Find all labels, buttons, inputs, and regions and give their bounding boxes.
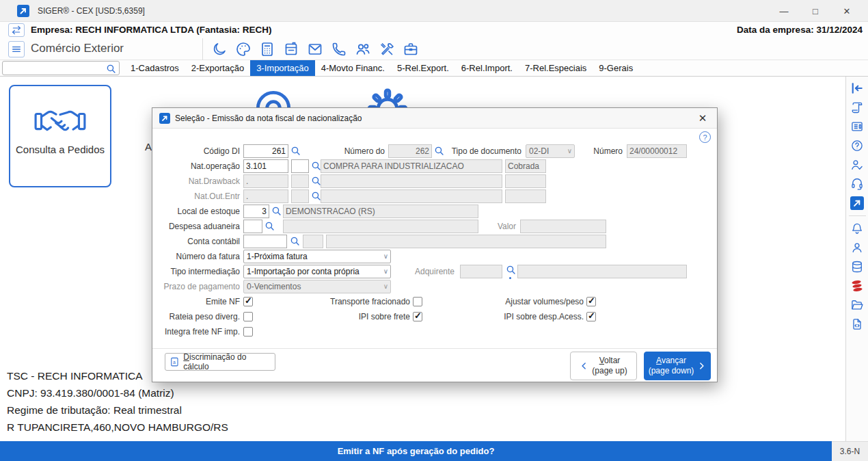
database-icon[interactable] xyxy=(850,260,864,274)
users-icon[interactable] xyxy=(355,41,371,57)
main-nav: 1-Cadastros 2-Exportação 3-Importação 4-… xyxy=(0,60,868,77)
search-input[interactable] xyxy=(2,61,120,75)
despesa-aduaneira-input[interactable] xyxy=(243,220,262,233)
checkbox-label: IPI sobre desp.Acess. xyxy=(488,312,584,322)
siger-logo-icon[interactable] xyxy=(850,196,864,210)
dark-mode-moon-icon[interactable] xyxy=(211,41,228,57)
file-code-icon[interactable] xyxy=(850,317,864,331)
dialog-help-icon[interactable]: ? xyxy=(699,131,711,143)
briefcase-icon[interactable] xyxy=(403,41,419,57)
adquirente-input xyxy=(460,265,502,278)
lookup-icon[interactable] xyxy=(290,236,300,246)
status-question-bar: Emitir a NF após geração do pedido? xyxy=(0,441,832,461)
user-check-icon[interactable] xyxy=(850,158,864,172)
collapse-panel-icon[interactable] xyxy=(850,81,864,95)
main-menu-button[interactable] xyxy=(8,41,25,57)
version-label: 3.6-N xyxy=(832,441,868,461)
select-value: 1-Importação por conta própria xyxy=(247,267,360,276)
tab-rel-especiais[interactable]: 7-Rel.Especiais xyxy=(519,60,593,76)
company-date: Data da empresa: 31/12/2024 xyxy=(737,25,863,35)
chevron-right-icon xyxy=(696,361,706,371)
lookup-icon[interactable] xyxy=(434,146,444,156)
calculator-icon[interactable] xyxy=(259,41,275,57)
tab-movto-financ[interactable]: 4-Movto Financ. xyxy=(315,60,391,76)
field-label: Despesa aduaneira xyxy=(158,220,240,233)
button-sublabel: (page up) xyxy=(592,366,627,376)
headset-icon[interactable] xyxy=(850,177,864,191)
company-header: Empresa: RECH INFORMATICA LTDA (Fantasia… xyxy=(0,22,868,38)
tipo-intermediacao-select[interactable]: 1-Importação por conta própria ∨ xyxy=(243,265,391,278)
transporte-fracionado-checkbox[interactable] xyxy=(413,297,422,306)
company-info-line: Regime de tributação: Real trimestral xyxy=(7,401,228,419)
status-question: Emitir a NF após geração do pedido? xyxy=(338,446,495,456)
lookup-icon[interactable] xyxy=(265,221,275,231)
field-label: Prazo de pagamento xyxy=(158,280,240,293)
numero-fatura-select[interactable]: 1-Próxima fatura ∨ xyxy=(243,250,391,263)
switch-company-button[interactable] xyxy=(8,23,25,37)
tile-label: A xyxy=(145,141,152,153)
checkbox-label: IPI sobre frete xyxy=(314,312,410,322)
help-icon[interactable] xyxy=(850,139,864,153)
tab-exportacao[interactable]: 2-Exportação xyxy=(185,60,250,76)
tab-cadastros[interactable]: 1-Cadastros xyxy=(124,60,185,76)
search-icon[interactable] xyxy=(106,64,116,74)
bell-icon[interactable] xyxy=(850,222,864,235)
lookup-icon[interactable] xyxy=(311,176,321,186)
nat-drawback-sub-input xyxy=(291,174,309,188)
maximize-button[interactable]: □ xyxy=(800,0,831,22)
rateia-peso-checkbox[interactable] xyxy=(243,312,253,321)
sidebar-divider xyxy=(849,215,866,216)
codigo-di-input[interactable]: 261 xyxy=(243,144,288,158)
discriminacao-calculo-button[interactable]: a Discriminação do cálculo xyxy=(165,353,275,371)
conta-contabil-input[interactable] xyxy=(243,235,287,248)
database-red-icon[interactable] xyxy=(850,279,864,293)
swap-arrows-icon xyxy=(11,25,22,36)
tab-rel-export[interactable]: 5-Rel.Export. xyxy=(391,60,455,76)
theme-palette-icon[interactable] xyxy=(235,41,252,57)
svg-text:a: a xyxy=(173,359,176,364)
dialog-close-icon[interactable]: ✕ xyxy=(695,111,710,125)
lookup-icon[interactable] xyxy=(311,191,321,201)
local-estoque-input[interactable]: 3 xyxy=(243,205,269,218)
tools-icon[interactable] xyxy=(379,41,395,57)
tab-gerais[interactable]: 9-Gerais xyxy=(593,60,639,76)
card-terminal-icon[interactable] xyxy=(283,41,299,57)
nat-operacao-sub-input[interactable] xyxy=(291,159,309,173)
avancar-button[interactable]: Avançar (page down) xyxy=(644,352,711,380)
tab-importacao[interactable]: 3-Importação xyxy=(250,60,315,76)
button-label: Discriminação do cálculo xyxy=(183,352,269,371)
user-icon[interactable] xyxy=(850,241,864,254)
lookup-icon[interactable] xyxy=(290,146,301,156)
tab-rel-import[interactable]: 6-Rel.Import. xyxy=(455,60,519,76)
despesa-valor-input xyxy=(520,220,606,233)
conta-contabil-sub xyxy=(303,235,323,248)
newspaper-icon[interactable] xyxy=(850,120,864,133)
select-value: 1-Próxima fatura xyxy=(247,252,308,261)
field-label: Número xyxy=(582,144,623,158)
nat-operacao-mode: Cobrada xyxy=(505,159,546,173)
company-date-label: Data da empresa: xyxy=(737,25,814,35)
close-button[interactable]: ✕ xyxy=(831,0,863,22)
scroll-icon[interactable] xyxy=(850,101,864,114)
folder-open-icon[interactable] xyxy=(850,298,864,312)
nat-operacao-code-input[interactable]: 3.101 xyxy=(243,159,288,173)
ipi-frete-checkbox[interactable] xyxy=(413,312,422,321)
tile-consulta-pedidos[interactable]: Consulta a Pedidos xyxy=(9,85,111,187)
lookup-icon[interactable] xyxy=(311,161,321,171)
integra-frete-checkbox[interactable] xyxy=(243,327,253,337)
mail-icon[interactable] xyxy=(307,41,323,57)
field-label: Valor xyxy=(475,220,516,233)
checkbox-label: Rateia peso diverg. xyxy=(158,312,240,322)
ipi-desp-acess-checkbox[interactable] xyxy=(586,312,596,321)
minimize-button[interactable]: — xyxy=(768,0,800,22)
lookup-icon[interactable] xyxy=(506,265,516,275)
field-label: Nat.Out.Entr xyxy=(158,189,240,203)
ajustar-volumes-checkbox[interactable] xyxy=(586,297,596,306)
company-info-line: R TUPANCIRETA,460,NOVO HAMBURGO/RS xyxy=(7,419,228,436)
emite-nf-checkbox[interactable] xyxy=(243,297,253,306)
numero-input: 24/00000012 xyxy=(627,144,687,158)
lookup-icon[interactable] xyxy=(271,206,282,216)
phone-icon[interactable] xyxy=(331,41,347,57)
chevron-down-icon: ∨ xyxy=(383,250,388,263)
voltar-button[interactable]: Voltar (page up) xyxy=(570,352,637,380)
